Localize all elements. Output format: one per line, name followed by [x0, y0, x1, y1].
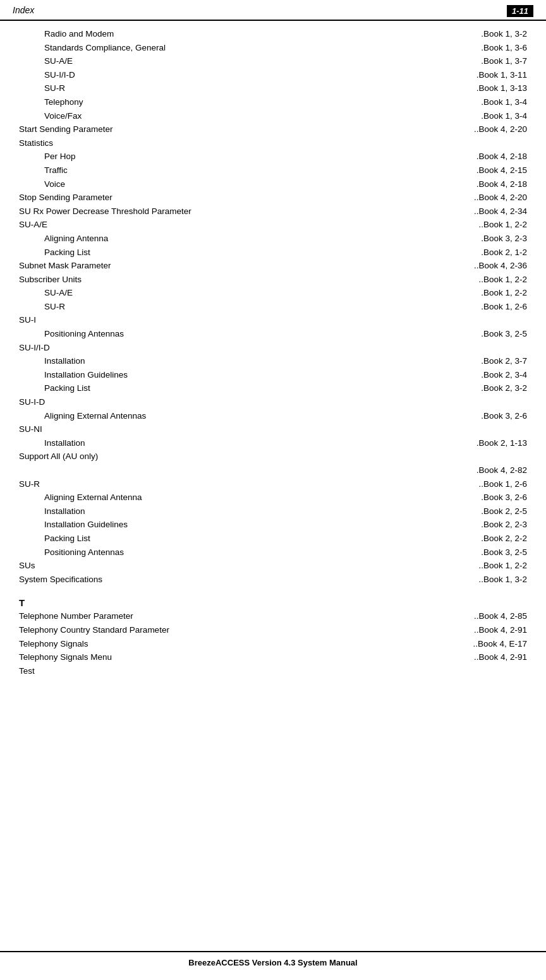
entry-text: SU-NI: [19, 422, 521, 436]
entry-ref: ..Book 4, 2-91: [474, 650, 527, 664]
section-t-header: T: [19, 597, 527, 608]
index-entry: Standards Compliance, General.Book 1, 3-…: [19, 41, 527, 55]
entry-text: Start Sending Parameter: [19, 122, 468, 136]
page-container: Index 1-11 Radio and Modem.Book 1, 3-2St…: [0, 0, 546, 980]
entry-ref: ..Book 4, 2-20: [474, 122, 527, 136]
entry-text: Positioning Antennas: [19, 546, 475, 559]
index-entry: Subnet Mask Parameter..Book 4, 2-36: [19, 259, 527, 273]
entry-text: SU-R: [19, 477, 472, 491]
entry-ref: .Book 1, 2-2: [481, 286, 527, 300]
entry-text: SU Rx Power Decrease Threshold Parameter: [19, 205, 468, 218]
index-entry: Support All (AU only): [19, 450, 527, 463]
entry-ref: .Book 4, 2-15: [476, 164, 527, 177]
index-entry: System Specifications..Book 1, 3-2: [19, 573, 527, 587]
entry-text: Stop Sending Parameter: [19, 191, 468, 205]
entry-ref: .Book 2, 1-13: [476, 436, 527, 450]
entry-text: SU-I-D: [19, 395, 521, 409]
entry-text: Aligning External Antenna: [19, 491, 475, 505]
entry-text: Test: [19, 664, 521, 678]
entry-text: System Specifications: [19, 573, 472, 587]
entry-text: SU-I: [19, 313, 521, 327]
entry-text: Standards Compliance, General: [19, 41, 475, 55]
index-entry: SU-R.Book 1, 3-13: [19, 81, 527, 95]
entry-text: Per Hop: [19, 150, 470, 164]
index-entry: Installation.Book 2, 1-13: [19, 436, 527, 450]
entry-ref: .Book 2, 2-3: [481, 518, 527, 532]
index-entry: SU-A/E.Book 1, 2-2: [19, 286, 527, 300]
index-entry: Aligning External Antenna.Book 3, 2-6: [19, 491, 527, 505]
entry-ref: .Book 1, 3-13: [476, 81, 527, 95]
entry-ref: .Book 2, 3-2: [481, 381, 527, 395]
entry-text: SU-R: [19, 81, 470, 95]
entry-text: Installation: [19, 354, 475, 368]
index-entry: .Book 4, 2-82: [19, 463, 527, 477]
entry-text: Telephony: [19, 95, 475, 109]
entry-text: Statistics: [19, 136, 521, 150]
entry-text: Support All (AU only): [19, 450, 521, 463]
entry-text: Packing List: [19, 381, 475, 395]
entry-ref: .Book 4, 2-18: [476, 150, 527, 164]
entry-ref: ..Book 1, 2-2: [478, 218, 527, 232]
footer-text: BreezeACCESS Version 4.3 System Manual: [188, 958, 357, 967]
entry-ref: .Book 3, 2-5: [481, 546, 527, 559]
index-entry: SU-R..Book 1, 2-6: [19, 477, 527, 491]
entry-text: SU-A/E: [19, 54, 475, 68]
entry-ref: ..Book 1, 2-6: [478, 477, 527, 491]
index-entry: Telephony Signals..Book 4, E-17: [19, 637, 527, 651]
index-entry: SU-I/I-D.Book 1, 3-11: [19, 68, 527, 82]
index-entry: Per Hop.Book 4, 2-18: [19, 150, 527, 164]
entry-ref: ..Book 4, 2-91: [474, 623, 527, 637]
index-entry: Installation.Book 2, 3-7: [19, 354, 527, 368]
index-entry: Statistics: [19, 136, 527, 150]
entry-ref: ..Book 1, 2-2: [478, 559, 527, 573]
entry-ref: .Book 3, 2-6: [481, 491, 527, 505]
header-title: Index: [13, 5, 34, 15]
index-entry: Telephony.Book 1, 3-4: [19, 95, 527, 109]
entry-text: Telephone Number Parameter: [19, 609, 468, 623]
entry-ref: .Book 2, 1-2: [481, 246, 527, 260]
index-entry: Packing List.Book 2, 2-2: [19, 532, 527, 546]
index-entry: Installation Guidelines.Book 2, 2-3: [19, 518, 527, 532]
header-page: 1-11: [507, 5, 533, 17]
entry-text: Installation Guidelines: [19, 518, 475, 532]
entry-text: Telephony Signals: [19, 637, 466, 651]
index-entry: Start Sending Parameter..Book 4, 2-20: [19, 122, 527, 136]
entry-text: Voice: [19, 177, 470, 191]
entry-ref: ..Book 1, 3-2: [478, 573, 527, 587]
entry-text: Voice/Fax: [19, 109, 475, 123]
entry-ref: .Book 2, 2-5: [481, 505, 527, 518]
index-entry: SUs..Book 1, 2-2: [19, 559, 527, 573]
entry-ref: .Book 1, 3-4: [481, 109, 527, 123]
entry-ref: .Book 4, 2-18: [476, 177, 527, 191]
entry-ref: .Book 3, 2-3: [481, 232, 527, 246]
index-entry: Aligning External Antennas.Book 3, 2-6: [19, 409, 527, 423]
entry-text: Aligning Antenna: [19, 232, 475, 246]
entry-text: SU-I/I-D: [19, 68, 470, 82]
index-entry: Aligning Antenna.Book 3, 2-3: [19, 232, 527, 246]
entry-text: SUs: [19, 559, 472, 573]
entry-text: Aligning External Antennas: [19, 409, 475, 423]
entry-text: Installation Guidelines: [19, 368, 475, 382]
entry-ref: .Book 4, 2-82: [476, 463, 527, 477]
entry-text: Radio and Modem: [19, 27, 475, 41]
entry-ref: .Book 1, 3-6: [481, 41, 527, 55]
entry-ref: .Book 1, 3-11: [476, 68, 527, 82]
page-header: Index 1-11: [0, 0, 546, 21]
index-entry: SU-I-D: [19, 395, 527, 409]
entry-text: Traffic: [19, 164, 470, 177]
index-entry: SU-I/I-D: [19, 341, 527, 355]
index-entry: Packing List.Book 2, 1-2: [19, 246, 527, 260]
index-entry: Installation Guidelines.Book 2, 3-4: [19, 368, 527, 382]
entry-ref: .Book 1, 3-2: [481, 27, 527, 41]
page-footer: BreezeACCESS Version 4.3 System Manual: [0, 951, 546, 967]
entry-text: SU-R: [19, 300, 475, 314]
index-content: Radio and Modem.Book 1, 3-2Standards Com…: [0, 21, 546, 690]
index-entry: SU-NI: [19, 422, 527, 436]
entry-text: Installation: [19, 505, 475, 518]
index-entry: Telephony Country Standard Parameter..Bo…: [19, 623, 527, 637]
entry-ref: ..Book 4, 2-85: [474, 609, 527, 623]
index-entry: Positioning Antennas.Book 3, 2-5: [19, 327, 527, 341]
section-t-list: Telephone Number Parameter..Book 4, 2-85…: [19, 609, 527, 678]
entry-ref: ..Book 4, 2-20: [474, 191, 527, 205]
entry-ref: ..Book 4, 2-36: [474, 259, 527, 273]
